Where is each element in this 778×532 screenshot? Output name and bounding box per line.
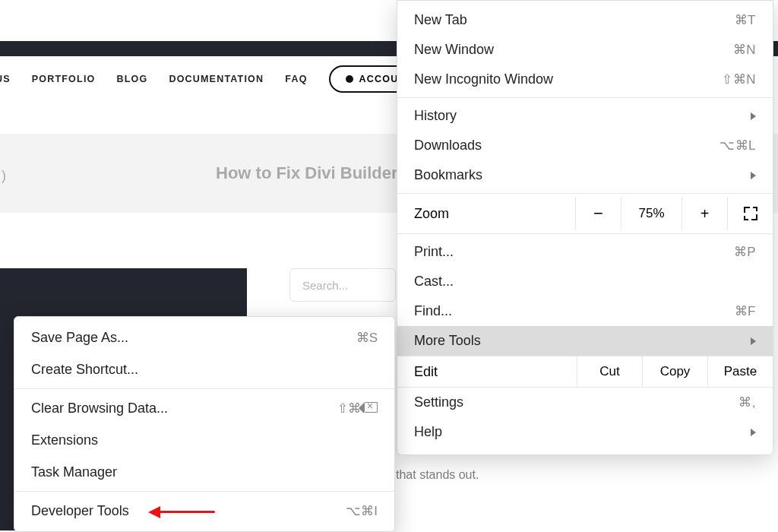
fullscreen-button[interactable] [727, 197, 773, 230]
submenu-label: Create Shortcut... [31, 362, 138, 378]
submenu-create-shortcut[interactable]: Create Shortcut... [14, 353, 394, 385]
nav-item-faq[interactable]: FAQ [285, 74, 307, 84]
menu-shortcut: ⌘N [733, 42, 756, 58]
more-tools-submenu: Save Page As... ⌘S Create Shortcut... Cl… [14, 316, 395, 532]
menu-shortcut: ⇧⌘N [722, 71, 756, 87]
menu-more-tools[interactable]: More Tools [397, 326, 773, 356]
menu-label: New Window [414, 42, 494, 58]
submenu-arrow-icon [751, 429, 756, 436]
menu-label: Settings [414, 394, 463, 410]
delete-key-icon [364, 402, 378, 413]
menu-downloads[interactable]: Downloads ⌥⌘L [397, 131, 773, 160]
submenu-arrow-icon [751, 172, 756, 179]
submenu-task-manager[interactable]: Task Manager [14, 456, 394, 488]
menu-separator [397, 193, 773, 194]
submenu-label: Clear Browsing Data... [31, 401, 168, 416]
nav-item-portfolio[interactable]: PORTFOLIO [32, 74, 96, 84]
submenu-extensions[interactable]: Extensions [14, 424, 394, 456]
menu-zoom-row: Zoom − 75% + [397, 197, 773, 230]
search-placeholder: Search... [302, 279, 348, 292]
menu-shortcut: ⌥⌘L [719, 138, 756, 154]
submenu-label: Developer Tools [31, 503, 129, 519]
user-icon [346, 75, 353, 83]
menu-find[interactable]: Find... ⌘F [397, 296, 773, 326]
menu-settings[interactable]: Settings ⌘, [397, 388, 773, 417]
menu-separator [397, 97, 773, 98]
zoom-in-button[interactable]: + [682, 197, 727, 230]
menu-label: Cast... [414, 274, 454, 290]
menu-new-window[interactable]: New Window ⌘N [397, 35, 773, 65]
edit-paste-button[interactable]: Paste [707, 356, 773, 388]
submenu-label: Task Manager [31, 464, 117, 480]
menu-shortcut: ⌘F [735, 303, 756, 319]
edit-copy-button[interactable]: Copy [642, 356, 707, 388]
zoom-out-button[interactable]: − [575, 197, 621, 230]
submenu-shortcut: ⇧⌘ [337, 401, 378, 416]
fullscreen-icon [744, 207, 757, 220]
body-text-fragment: that stands out. [396, 468, 479, 482]
nav-item-blog[interactable]: BLOG [116, 74, 147, 84]
menu-new-tab[interactable]: New Tab ⌘T [397, 5, 773, 35]
edit-cut-button[interactable]: Cut [577, 356, 642, 388]
nav-item-us[interactable]: US [0, 74, 11, 84]
menu-shortcut: ⌘, [738, 394, 756, 410]
submenu-arrow-icon [751, 337, 756, 345]
menu-help[interactable]: Help [397, 417, 773, 447]
menu-history[interactable]: History [397, 101, 773, 131]
submenu-clear-browsing-data[interactable]: Clear Browsing Data... ⇧⌘ [14, 392, 394, 424]
menu-label: Print... [414, 244, 454, 260]
menu-label: Find... [414, 303, 452, 319]
zoom-label: Zoom [397, 206, 575, 222]
menu-label: New Tab [414, 12, 467, 28]
nav-item-documentation[interactable]: DOCUMENTATION [169, 74, 264, 84]
submenu-shortcut: ⌘S [356, 330, 378, 346]
menu-print[interactable]: Print... ⌘P [397, 237, 773, 267]
menu-label: More Tools [414, 333, 481, 349]
submenu-developer-tools[interactable]: Developer Tools ⌥⌘I [14, 495, 394, 527]
menu-label: New Incognito Window [414, 71, 553, 87]
menu-label: Help [414, 424, 442, 440]
submenu-label: Save Page As... [31, 330, 128, 346]
menu-edit-row: Edit Cut Copy Paste [397, 356, 773, 388]
menu-cast[interactable]: Cast... [397, 267, 773, 296]
menu-label: Downloads [414, 138, 482, 154]
browser-main-menu: New Tab ⌘T New Window ⌘N New Incognito W… [397, 0, 773, 455]
menu-separator [397, 233, 773, 234]
menu-shortcut: ⌘P [734, 244, 756, 260]
menu-bookmarks[interactable]: Bookmarks [397, 160, 773, 190]
menu-label: Bookmarks [414, 167, 482, 183]
search-input[interactable]: Search... [289, 268, 396, 302]
menu-separator [14, 491, 394, 492]
title-prefix-paren: ) [2, 168, 6, 184]
submenu-arrow-icon [751, 112, 756, 120]
submenu-label: Extensions [31, 432, 98, 448]
menu-shortcut: ⌘T [735, 12, 756, 28]
menu-new-incognito[interactable]: New Incognito Window ⇧⌘N [397, 65, 773, 94]
submenu-save-page[interactable]: Save Page As... ⌘S [14, 321, 394, 353]
zoom-percent: 75% [621, 197, 682, 230]
edit-label: Edit [397, 364, 577, 380]
submenu-shortcut: ⌥⌘I [346, 503, 378, 519]
menu-label: History [414, 108, 457, 124]
menu-separator [14, 388, 394, 389]
